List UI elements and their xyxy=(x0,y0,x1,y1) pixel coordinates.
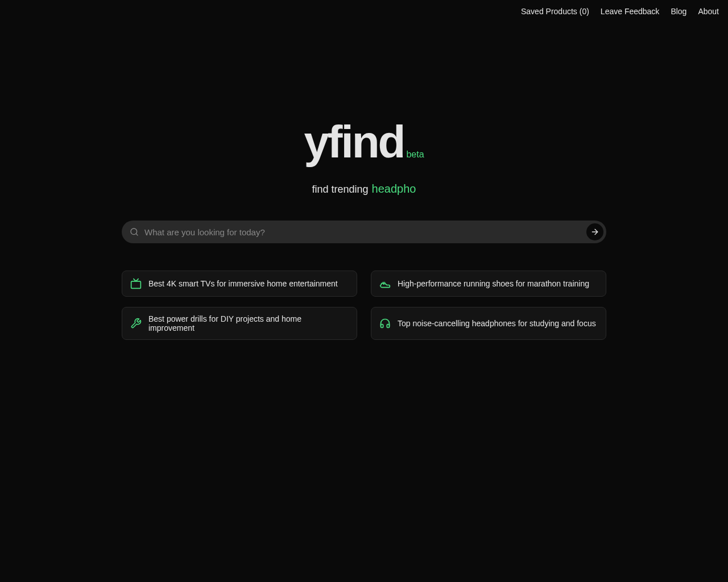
main-content: yfind beta find trending headpho xyxy=(0,119,728,340)
tagline: find trending headpho xyxy=(312,182,416,196)
tagline-static: find trending xyxy=(312,184,369,196)
header-nav: Saved Products (0) Leave Feedback Blog A… xyxy=(0,0,728,23)
tv-icon xyxy=(130,278,142,289)
svg-line-1 xyxy=(136,234,138,235)
suggestion-card-tvs[interactable]: Best 4K smart TVs for immersive home ent… xyxy=(122,271,357,297)
search-input[interactable] xyxy=(122,221,606,243)
suggestion-card-headphones[interactable]: Top noise-cancelling headphones for stud… xyxy=(371,307,606,340)
shoe-icon xyxy=(379,278,391,289)
suggestion-card-drills[interactable]: Best power drills for DIY projects and h… xyxy=(122,307,357,340)
saved-products-link[interactable]: Saved Products (0) xyxy=(521,7,589,16)
wrench-icon xyxy=(130,318,142,329)
leave-feedback-link[interactable]: Leave Feedback xyxy=(601,7,660,16)
logo-text: yfind xyxy=(304,119,404,165)
arrow-right-icon xyxy=(590,227,599,236)
logo: yfind beta xyxy=(304,119,424,167)
suggestion-text: Top noise-cancelling headphones for stud… xyxy=(398,319,596,328)
headphones-icon xyxy=(379,318,391,329)
suggestions-grid: Best 4K smart TVs for immersive home ent… xyxy=(122,271,606,340)
suggestion-text: High-performance running shoes for marat… xyxy=(398,279,589,288)
search-icon xyxy=(130,227,139,236)
suggestion-text: Best power drills for DIY projects and h… xyxy=(148,314,349,332)
suggestion-card-shoes[interactable]: High-performance running shoes for marat… xyxy=(371,271,606,297)
search-submit-button[interactable] xyxy=(586,223,603,240)
svg-rect-3 xyxy=(131,281,141,289)
search-container xyxy=(122,221,606,243)
about-link[interactable]: About xyxy=(698,7,719,16)
tagline-dynamic: headpho xyxy=(372,182,416,196)
beta-badge: beta xyxy=(406,149,424,160)
blog-link[interactable]: Blog xyxy=(671,7,686,16)
suggestion-text: Best 4K smart TVs for immersive home ent… xyxy=(148,279,338,288)
